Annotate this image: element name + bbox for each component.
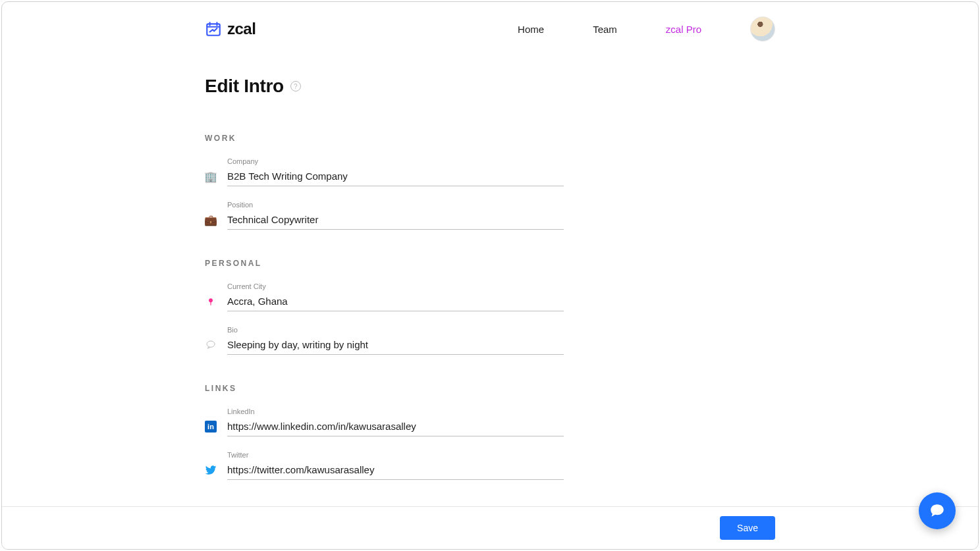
pin-icon (205, 296, 217, 307)
scroll-area[interactable]: zcal Home Team zcal Pro Edit Intro ? WOR… (2, 2, 978, 506)
city-input[interactable] (227, 293, 564, 311)
linkedin-icon: in (205, 421, 217, 433)
nav-team[interactable]: Team (593, 24, 617, 35)
company-input[interactable] (227, 168, 564, 186)
chat-fab[interactable] (919, 492, 956, 529)
field-bio: Bio (205, 326, 564, 355)
field-linkedin: in LinkedIn (205, 407, 564, 436)
brand-logo-icon (205, 20, 222, 38)
section-heading-links: LINKS (205, 384, 775, 393)
brand-name: zcal (227, 20, 256, 38)
avatar[interactable] (750, 16, 775, 41)
field-city: Current City (205, 282, 564, 311)
twitter-label: Twitter (227, 451, 564, 459)
twitter-icon (205, 464, 217, 476)
nav-pro[interactable]: zcal Pro (666, 24, 701, 35)
save-button[interactable]: Save (720, 516, 775, 540)
linkedin-input[interactable] (227, 418, 564, 436)
section-heading-work: WORK (205, 134, 775, 143)
bio-input[interactable] (227, 336, 564, 355)
nav: Home Team zcal Pro (518, 16, 775, 41)
svg-point-2 (207, 341, 215, 347)
position-input[interactable] (227, 211, 564, 230)
building-icon: 🏢 (205, 171, 217, 182)
field-twitter: Twitter (205, 451, 564, 480)
app-frame: zcal Home Team zcal Pro Edit Intro ? WOR… (1, 1, 979, 550)
brand[interactable]: zcal (205, 20, 256, 38)
section-personal: PERSONAL Current City Bio (205, 259, 775, 355)
linkedin-label: LinkedIn (227, 407, 564, 415)
speech-bubble-icon (205, 339, 217, 351)
city-label: Current City (227, 282, 564, 290)
nav-home[interactable]: Home (518, 24, 544, 35)
briefcase-icon: 💼 (205, 214, 217, 226)
section-heading-personal: PERSONAL (205, 259, 775, 268)
twitter-input[interactable] (227, 461, 564, 480)
footer-bar: Save (2, 506, 978, 549)
bio-label: Bio (227, 326, 564, 334)
company-label: Company (227, 157, 564, 165)
svg-point-1 (209, 298, 213, 302)
field-company: 🏢 Company (205, 157, 564, 186)
field-position: 💼 Position (205, 201, 564, 230)
section-work: WORK 🏢 Company 💼 Position (205, 134, 775, 230)
chat-icon (929, 502, 946, 519)
main-container: zcal Home Team zcal Pro Edit Intro ? WOR… (197, 2, 783, 480)
page-title-row: Edit Intro ? (205, 76, 775, 97)
position-label: Position (227, 201, 564, 209)
topbar: zcal Home Team zcal Pro (205, 2, 775, 48)
section-links: LINKS in LinkedIn Twitter (205, 384, 775, 480)
page-title: Edit Intro (205, 76, 284, 97)
help-icon[interactable]: ? (290, 81, 301, 92)
